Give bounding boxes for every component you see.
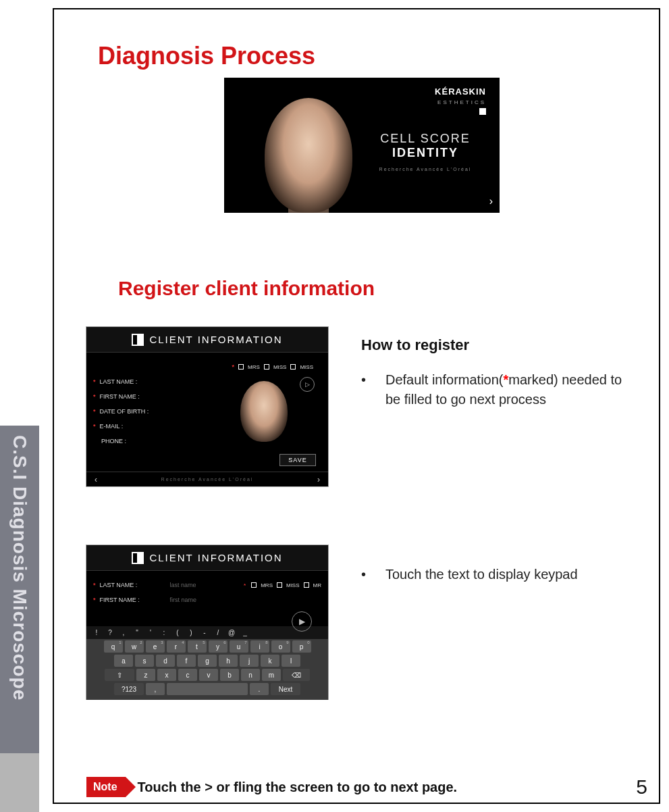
key-j[interactable]: j [240, 655, 259, 667]
key-m[interactable]: m [262, 669, 281, 681]
label-first-name: FIRST NAME : [100, 393, 167, 400]
key-p[interactable]: p0 [292, 640, 311, 653]
symbol-key[interactable]: ( [171, 629, 184, 636]
bullet-dot-icon: • [361, 370, 367, 409]
symbol-key[interactable]: " [131, 629, 143, 636]
sidebar-label: C.S.I Diagnosis Microscope [0, 426, 39, 750]
key-i[interactable]: i8 [250, 640, 269, 653]
hero-portrait [265, 98, 352, 213]
panel-header: CLIENT INFORMATION [86, 327, 328, 353]
play-icon[interactable]: ▶ [292, 611, 312, 632]
save-button[interactable]: SAVE [279, 454, 316, 466]
hero-brand: KÉRASKIN ESTHETICS [435, 87, 486, 117]
key-e[interactable]: e3 [146, 640, 165, 653]
hero-brand-sub: ESTHETICS [437, 99, 486, 105]
label-last-name: LAST NAME : [100, 378, 167, 385]
next-chevron-icon[interactable]: › [317, 475, 320, 484]
key-x[interactable]: x [157, 669, 176, 681]
key-h[interactable]: h [219, 655, 238, 667]
input-last-name[interactable]: last name [170, 582, 196, 588]
panel-logo-icon [132, 334, 144, 346]
symbol-key[interactable]: , [117, 629, 130, 636]
checkbox-miss2[interactable] [290, 364, 296, 370]
hero-subtitle: Recherche Avancée L'Oréal [365, 167, 486, 172]
checkbox-mrs[interactable] [251, 582, 257, 588]
label-miss2: MISS [300, 364, 313, 370]
symbol-row: !?,"':()-/@_ [86, 626, 328, 639]
key-q[interactable]: q1 [104, 640, 123, 653]
play-icon[interactable]: ▷ [300, 377, 315, 392]
bullet-item: • Default information(*marked) needed to… [361, 370, 638, 409]
label-last-name: LAST NAME : [100, 582, 167, 588]
checkbox-mr[interactable] [304, 582, 309, 588]
panel-header-label: CLIENT INFORMATION [149, 334, 282, 345]
key-a[interactable]: a [114, 655, 133, 667]
key-g[interactable]: g [198, 655, 217, 667]
hero-title-block: CELL SCORE IDENTITY Recherche Avancée L'… [365, 132, 486, 172]
key-numswitch[interactable]: ?123 [114, 683, 144, 695]
panel-portrait [240, 381, 288, 442]
label-miss: MISS [286, 582, 300, 588]
input-first-name[interactable]: first name [170, 597, 197, 603]
howto-title: How to register [361, 336, 638, 354]
key-d[interactable]: d [156, 655, 175, 667]
key-y[interactable]: y6 [209, 640, 228, 653]
right-column-1: How to register • Default information(*m… [361, 336, 638, 409]
key-next[interactable]: Next [271, 683, 300, 695]
key-period[interactable]: . [250, 683, 269, 695]
hero-next-chevron-icon[interactable]: › [489, 195, 493, 207]
key-n[interactable]: n [241, 669, 260, 681]
key-s[interactable]: s [135, 655, 154, 667]
key-comma[interactable]: , [146, 683, 165, 695]
note-text: Touch the > or fling the screen to go to… [138, 780, 458, 795]
bullet1-text: Default information(*marked) needed to b… [385, 370, 638, 409]
panel-header-label: CLIENT INFORMATION [149, 552, 282, 563]
key-c[interactable]: c [178, 669, 197, 681]
bullet1-pre: Default information( [385, 372, 504, 387]
onscreen-keyboard: q1w2e3r4t5y6u7i8o9p0 asdfghjkl ⇧zxcvbnm⌫… [86, 639, 328, 700]
key-f[interactable]: f [177, 655, 196, 667]
symbol-key[interactable]: _ [239, 629, 251, 636]
required-marker: * [232, 363, 235, 370]
key-b[interactable]: b [220, 669, 239, 681]
checkbox-miss[interactable] [277, 582, 282, 588]
label-dob: DATE OF BIRTH : [100, 408, 167, 415]
symbol-key[interactable]: ? [104, 629, 116, 636]
panel-header: CLIENT INFORMATION [86, 545, 328, 571]
checkbox-miss[interactable] [264, 364, 269, 370]
hero-brand-logo-icon [479, 108, 486, 115]
key-shift[interactable]: ⇧ [105, 669, 134, 681]
label-mr: MR [313, 582, 321, 588]
key-v[interactable]: v [199, 669, 218, 681]
client-info-keypad-panel: CLIENT INFORMATION *LAST NAME : last nam… [86, 544, 329, 700]
checkbox-mrs[interactable] [238, 364, 244, 370]
symbol-key[interactable]: @ [225, 629, 238, 636]
key-z[interactable]: z [136, 669, 155, 681]
note-row: Note Touch the > or fling the screen to … [86, 777, 457, 797]
symbol-key[interactable]: ) [185, 629, 197, 636]
hero-title-line1: CELL SCORE [365, 132, 486, 146]
symbol-key[interactable]: ' [144, 629, 157, 636]
right-column-2: • Touch the text to display keypad [361, 565, 638, 584]
panel-footer-tag: Recherche Avancée L'Oréal [161, 477, 254, 482]
key-backspace[interactable]: ⌫ [283, 669, 310, 681]
key-w[interactable]: w2 [125, 640, 144, 653]
symbol-key[interactable]: - [198, 629, 211, 636]
bullet-item: • Touch the text to display keypad [361, 565, 638, 584]
key-l[interactable]: l [282, 655, 300, 667]
label-phone: PHONE : [101, 438, 169, 445]
key-u[interactable]: u7 [230, 640, 248, 653]
key-o[interactable]: o9 [271, 640, 290, 653]
note-tag: Note [86, 777, 126, 797]
prev-chevron-icon[interactable]: ‹ [95, 475, 97, 484]
label-miss: MISS [273, 364, 287, 370]
symbol-key[interactable]: ! [90, 629, 103, 636]
key-r[interactable]: r4 [167, 640, 186, 653]
key-space[interactable] [167, 683, 248, 695]
symbol-key[interactable]: : [158, 629, 170, 636]
key-k[interactable]: k [261, 655, 279, 667]
bullet2-text: Touch the text to display keypad [385, 565, 578, 584]
client-info-panel: CLIENT INFORMATION * MRS MISS MISS *LAST… [86, 326, 329, 487]
symbol-key[interactable]: / [212, 629, 224, 636]
key-t[interactable]: t5 [188, 640, 207, 653]
